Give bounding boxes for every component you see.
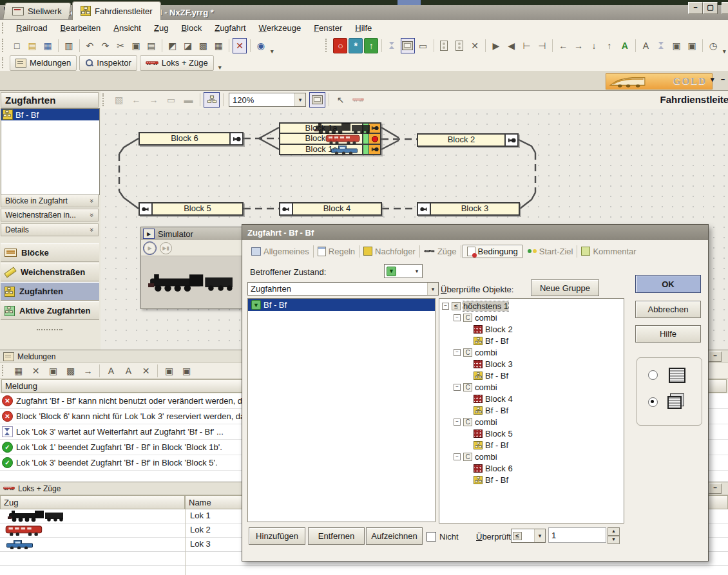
toolbar-overflow-chevron[interactable]: ▾ [723,48,726,55]
tree-node-schedule[interactable]: Bf - Bf [439,439,624,451]
clock-button[interactable]: ◷ [706,38,720,53]
group-bloecke-in-zugfahrt[interactable]: Blöcke in Zugfahrt » [1,194,99,207]
signal-aspect-2-button[interactable] [452,38,466,53]
goto-object-button[interactable]: → [80,363,96,379]
pane-menu-chevron[interactable]: ▾ [711,75,714,84]
aufzeichnen-button[interactable]: Aufzeichnen [366,527,423,545]
fullscreen-button[interactable] [309,92,325,108]
copy-message-button[interactable]: ▣ [45,363,61,379]
rotate-right-button[interactable]: ◪ [181,38,195,53]
redo-button[interactable]: ↷ [98,38,112,53]
split-view-2-button[interactable]: ▬ [180,92,196,108]
tree-node-combi[interactable]: − C combi [439,451,624,462]
tab-stellwerk[interactable]: Stellwerk [3,3,71,19]
nav-forward-button[interactable]: → [146,92,162,108]
tree-node-hoechstens[interactable]: − ≤ höchstens 1 [439,300,624,312]
rotate-left-button[interactable]: ◩ [166,38,180,53]
menu-zugfahrt[interactable]: Zugfahrt [208,21,252,35]
trains-minimize-button[interactable]: – [709,484,722,494]
block-entry-button[interactable]: ⊢ [520,38,534,53]
tab-nachfolger[interactable]: Nachfolger [359,245,420,258]
menu-werkzeuge[interactable]: Werkzeuge [253,21,308,35]
filter-warning-button[interactable]: A [120,363,137,379]
hilfe-button[interactable]: Hilfe [635,325,701,343]
signal-aspect-button[interactable] [437,38,451,53]
block-4[interactable]: Block 4 [279,202,382,216]
block-5[interactable]: Block 5 [139,202,244,216]
train-view-button[interactable] [350,92,366,108]
tab-bedingung[interactable]: Bedingung [463,245,522,258]
freeze-button[interactable]: * [349,38,363,53]
duplicate-pages-button[interactable]: ▣ [669,38,684,53]
power-off-button[interactable]: ○ [333,38,347,53]
handheld-throttle-button[interactable]: ▭ [416,38,430,53]
new-document-button[interactable]: □ [10,38,24,53]
ok-button[interactable]: OK [635,275,701,293]
tree-node-block[interactable]: Block 2 [439,323,624,335]
crossing-open-button[interactable]: ◀ [504,38,519,53]
block-exit-button[interactable]: ⊣ [535,38,550,53]
nav-aktive-zugfahrten[interactable]: Aktive Zugfahrten [1,301,99,320]
entfernen-button[interactable]: Entfernen [308,527,365,545]
spinner-down-button[interactable]: ▼ [608,536,620,544]
network-view-button[interactable]: ▧ [111,92,127,108]
bubble-on-button[interactable]: ▣ [161,363,177,379]
maximize-button[interactable]: ▢ [703,2,718,14]
properties-button[interactable]: ▩ [196,38,211,53]
schedule-assign-button[interactable]: A [618,38,632,53]
nav-back-button[interactable]: ← [128,92,144,108]
close-button[interactable] [722,2,728,14]
panel-tab-meldungen[interactable]: Meldungen [10,55,77,71]
group-weichenstrassen-in[interactable]: Weichenstraßen in... » [1,209,99,222]
panel-tab-loks-zuege[interactable]: Loks + Züge [140,55,214,71]
count-field[interactable]: 1 [548,527,606,543]
zoom-combobox[interactable]: 120% ▾ [229,93,306,107]
delete-pages-button[interactable]: ▣ [685,38,699,53]
combo-dropdown-arrow[interactable]: ▾ [534,529,545,542]
message-properties-button[interactable]: ▩ [62,363,79,379]
tab-regeln[interactable]: Regeln [314,245,359,258]
operator-combobox[interactable]: ≤ ▾ [511,529,546,543]
column-header-zug[interactable]: Zug [0,495,185,509]
schedule-list-item-bf-bf[interactable]: Bf - Bf [1,109,99,120]
filter-error-button[interactable]: ✕ [138,363,154,379]
combo-dropdown-arrow[interactable]: ▾ [427,283,438,295]
paste-button[interactable]: ▤ [144,38,158,53]
simulator-button[interactable] [401,38,415,53]
go-button[interactable]: ↑ [364,38,378,53]
menu-zug[interactable]: Zug [148,21,175,35]
cut-button[interactable]: ✂ [113,38,128,53]
signal-off-button[interactable]: ✕ [468,38,482,53]
spinner-up-button[interactable]: ▲ [608,527,620,536]
save-messages-button[interactable]: ▦ [10,363,26,379]
tab-start-ziel[interactable]: Start-Ziel [524,245,578,258]
dialog-title-bar[interactable]: Zugfahrt - Bf - Bf [242,225,708,240]
select-pointer-button[interactable]: ↖ [332,92,349,108]
nicht-checkbox[interactable] [426,532,436,542]
pane-minimize-button[interactable]: – [721,75,725,83]
combo-dropdown-arrow[interactable]: ▾ [294,93,305,106]
nav-bloecke[interactable]: Blöcke [1,243,99,262]
menu-hilfe[interactable]: Hilfe [349,21,378,35]
tree-node-block[interactable]: Block 3 [439,358,624,370]
tab-zuege[interactable]: Züge [420,245,461,258]
print-button[interactable]: ▥ [62,38,76,53]
tree-node-combi[interactable]: − C combi [439,416,624,428]
block-3[interactable]: Block 3 [417,202,520,216]
simulator-play-button[interactable]: ▶ [144,242,156,254]
resources-button[interactable]: ▦ [211,38,225,53]
state-combobox[interactable]: ▼ ▾ [384,264,423,278]
route-back-button[interactable]: ← [556,38,570,53]
tab-kommentar[interactable]: Kommentar [577,245,640,258]
panel-tab-inspektor[interactable]: Inspektor [79,55,137,71]
tree-node-schedule[interactable]: Bf - Bf [439,370,624,381]
abbrechen-button[interactable]: Abbrechen [635,301,701,318]
menu-bearbeiten[interactable]: Bearbeiten [53,21,107,35]
open-file-button[interactable]: ▤ [25,38,39,53]
help-book-button[interactable]: ◉ [254,38,268,53]
tab-allgemeines[interactable]: Allgemeines [247,245,314,258]
edit-mode-tools-button[interactable]: ✕ [233,38,247,53]
move-down-button[interactable]: ↓ [587,38,601,53]
object-type-combobox[interactable]: Zugfahrten ▾ [247,282,439,296]
nav-weichenstrassen[interactable]: Weichenstraßen [1,263,99,281]
